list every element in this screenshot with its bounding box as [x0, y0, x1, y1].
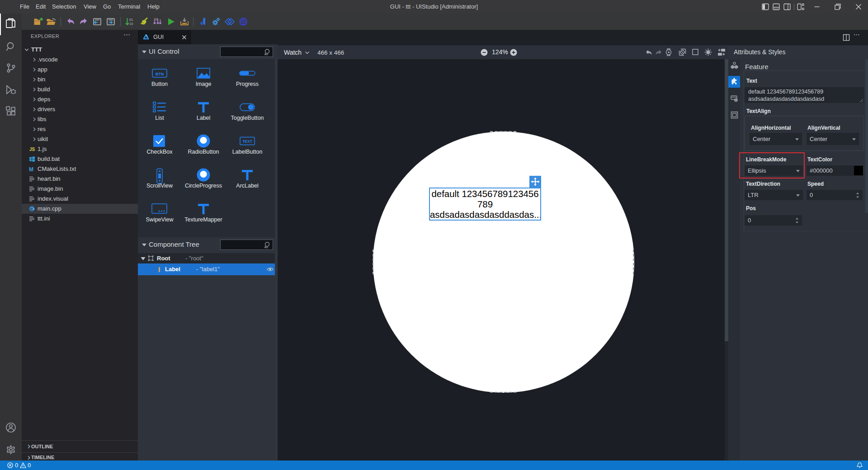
svg-text:i: i [736, 99, 736, 102]
svg-text:M: M [29, 166, 33, 173]
svg-text:01: 01 [129, 18, 133, 22]
svg-text:BTN: BTN [156, 72, 164, 76]
svg-text:JS: JS [29, 147, 35, 152]
svg-text:TEXT: TEXT [242, 139, 253, 144]
svg-text:10: 10 [129, 22, 133, 26]
